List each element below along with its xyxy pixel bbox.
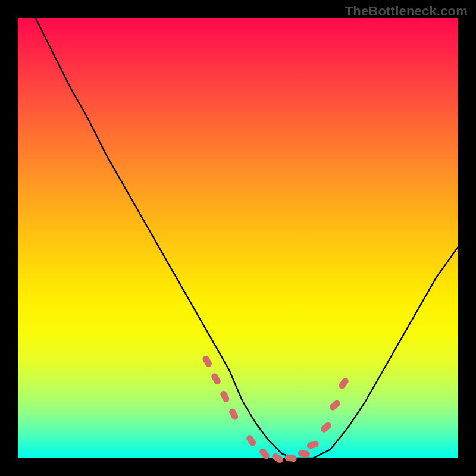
highlight-marker xyxy=(320,421,333,433)
chart-container: TheBottleneck.com xyxy=(0,0,476,476)
highlight-marker xyxy=(228,408,239,421)
highlight-marker xyxy=(298,450,310,458)
bottleneck-curve-path xyxy=(36,18,458,458)
plot-area xyxy=(18,18,458,458)
highlight-marker xyxy=(306,440,320,450)
highlight-marker xyxy=(219,390,230,403)
highlight-marker xyxy=(245,434,257,447)
highlight-marker xyxy=(328,399,342,411)
chart-svg xyxy=(18,18,458,458)
highlight-marker xyxy=(210,372,221,386)
watermark-text: TheBottleneck.com xyxy=(345,4,468,19)
highlight-marker xyxy=(284,454,297,462)
highlight-marker xyxy=(337,377,350,390)
highlight-marker xyxy=(201,355,212,368)
curve-layer xyxy=(36,18,458,458)
highlight-marker xyxy=(258,447,271,460)
